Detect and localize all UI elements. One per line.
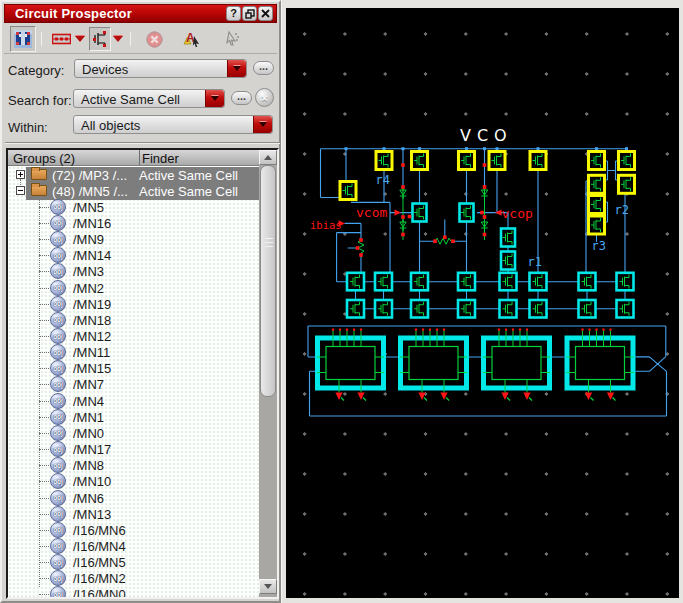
column-header-finder[interactable]: Finder [139,150,263,166]
finder-list: Groups (2) Finder (72) /MP3 /...Active S… [6,148,279,599]
tree-item-row[interactable]: obj/MN5 [8,199,259,216]
stop-search-button[interactable] [143,28,165,50]
object-icon: obj [50,425,66,441]
tree-item-row[interactable]: obj/MN18 [8,312,259,329]
thumb-grip [265,238,273,239]
tree-item-row[interactable]: obj/I16/MN0 [8,586,259,597]
category-combo[interactable]: Devices [74,59,247,78]
wire-joint [496,147,499,150]
vertical-scrollbar[interactable] [259,150,277,597]
pin-dot [526,329,528,331]
output-pin-arrow [440,393,447,401]
search-browse-button[interactable]: ... [231,91,252,105]
tree-item-row[interactable]: obj/I16/MN6 [8,522,259,539]
label-cursor-icon: A [182,30,202,48]
tree-item-row[interactable]: obj/MN0 [8,425,259,442]
thumb-grip [265,246,273,247]
tree-item-row[interactable]: obj/MN1 [8,409,259,426]
group-label: (72) /MP3 /... [52,168,127,183]
tree-connector [39,239,49,240]
pointer-tool[interactable] [219,28,245,50]
tree-item-row[interactable]: obj/MN9 [8,231,259,248]
circuit-prospector-window: Circuit Prospector ? A Category: Devices… [0,0,281,603]
scroll-down-button[interactable] [259,579,277,594]
tree-item-row[interactable]: obj/MN10 [8,473,259,490]
net-label: vcom [356,205,387,220]
category-browse-button[interactable]: ... [253,61,274,75]
tree-item-row[interactable]: obj/MN13 [8,506,259,523]
tree-item-row[interactable]: obj/MN11 [8,344,259,361]
column-header-groups[interactable]: Groups (2) [8,150,139,166]
close-button[interactable] [258,6,273,21]
tree-connector [39,368,49,369]
category-dropdown-arrow[interactable] [227,60,246,77]
connection-dot [401,233,405,237]
tree-item-row[interactable]: obj/MN7 [8,376,259,393]
tree-connector [39,223,49,224]
object-icon-label: obj [53,284,63,291]
wire-joint [595,147,598,150]
ref-label: r2 [615,203,629,217]
object-icon-label: obj [53,413,63,420]
search-dropdown-arrow[interactable] [205,90,224,107]
object-icon-label: obj [53,252,63,259]
item-label: /MN18 [73,313,111,328]
tree-item-row[interactable]: obj/MN14 [8,247,259,264]
within-dropdown-arrow[interactable] [253,116,272,133]
tree-item-row[interactable]: obj/I16/MN5 [8,554,259,571]
object-icon: obj [50,247,66,263]
object-icon: obj [50,360,66,376]
object-icon-label: obj [53,365,63,372]
scroll-up-button[interactable] [259,150,277,165]
via-chain-icon [52,33,71,45]
probe-pair-tool[interactable] [10,26,36,52]
tree-item-row[interactable]: obj/I16/MN2 [8,570,259,587]
ring-cell-highlight [567,338,633,388]
transistor-dropdown[interactable] [111,28,125,50]
object-icon: obj [50,231,66,247]
pin-dot [429,329,431,331]
item-label: /MN3 [73,264,104,279]
collapse-toggle[interactable] [16,186,25,195]
search-clear-button[interactable]: × [255,88,274,107]
tree-connector [39,255,49,256]
tree-item-row[interactable]: obj/MN15 [8,360,259,377]
output-pin-arrow [607,393,614,401]
within-combo[interactable]: All objects [73,115,273,134]
item-label: /MN19 [73,297,111,312]
stop-icon [146,31,163,48]
tree-item-row[interactable]: obj/MN19 [8,296,259,313]
pin-tick [341,398,344,401]
tree-item-row[interactable]: obj/MN17 [8,441,259,458]
label-select-tool[interactable]: A [178,28,206,50]
tree-group-row[interactable]: (48) /MN5 /...Active Same Cell [8,183,259,200]
tree-item-row[interactable]: obj/MN3 [8,263,259,280]
help-button[interactable]: ? [226,6,241,21]
pin-tick [591,398,594,401]
expand-toggle[interactable] [16,170,25,179]
via-chain-dropdown[interactable] [73,28,87,50]
tree-connector [39,417,49,418]
tree-connector [39,271,49,272]
tree-item-row[interactable]: obj/MN8 [8,457,259,474]
folder-icon [31,169,47,180]
tree-item-row[interactable]: obj/MN2 [8,280,259,297]
title-bar[interactable]: Circuit Prospector ? [4,4,277,23]
restore-button[interactable] [242,6,257,21]
scrollbar-thumb[interactable] [260,165,276,397]
tree-item-row[interactable]: obj/I16/MN4 [8,538,259,555]
transistor-tool[interactable] [89,27,111,51]
schematic-canvas[interactable]: vcomvcopibiasr4r2r3r1VCO [281,0,683,603]
output-pin-arrow [523,393,530,401]
tree-item-row[interactable]: obj/MN16 [8,215,259,232]
schematic-svg[interactable]: vcomvcopibiasr4r2r3r1VCO [286,8,679,598]
search-for-combo[interactable]: Active Same Cell [73,89,225,108]
ring-cell-highlight [318,338,384,388]
tree-item-row[interactable]: obj/MN6 [8,490,259,507]
object-icon: obj [50,199,66,215]
tree-connector [39,336,49,337]
tree-group-row[interactable]: (72) /MP3 /...Active Same Cell [8,167,259,184]
tree-item-row[interactable]: obj/MN12 [8,328,259,345]
tree-item-row[interactable]: obj/MN4 [8,393,259,410]
via-chain-tool[interactable] [49,28,73,50]
